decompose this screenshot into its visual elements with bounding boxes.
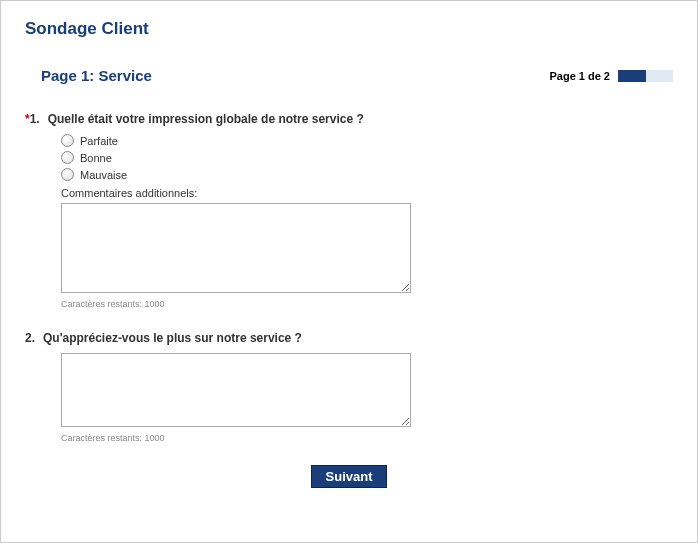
option-bonne[interactable]: Bonne	[61, 151, 673, 164]
question-2-textarea-wrap: Caractères restants: 1000	[25, 353, 673, 443]
option-parfaite-label: Parfaite	[80, 135, 118, 147]
question-1-text: Quelle était votre impression globale de…	[48, 112, 364, 126]
question-1-textarea-wrap: Caractères restants: 1000	[25, 203, 673, 309]
progress-fill	[618, 70, 646, 82]
progress-bar	[618, 70, 673, 82]
question-1-comment-input[interactable]	[61, 203, 411, 293]
option-mauvaise[interactable]: Mauvaise	[61, 168, 673, 181]
question-1-options: Parfaite Bonne Mauvaise Commentaires add…	[25, 134, 673, 199]
page-title: Page 1: Service	[41, 67, 152, 84]
button-row: Suivant	[25, 465, 673, 488]
radio-mauvaise[interactable]	[61, 168, 74, 181]
question-1-char-count: Caractères restants: 1000	[61, 299, 673, 309]
question-2-label: 2.Qu'appréciez-vous le plus sur notre se…	[25, 331, 673, 345]
survey-title: Sondage Client	[25, 19, 673, 39]
question-2-text: Qu'appréciez-vous le plus sur notre serv…	[43, 331, 302, 345]
page-indicator: Page 1 de 2	[549, 70, 673, 82]
question-1-label: *1.Quelle était votre impression globale…	[25, 112, 673, 126]
next-button[interactable]: Suivant	[311, 465, 388, 488]
question-1-comment-label: Commentaires additionnels:	[61, 187, 673, 199]
radio-bonne[interactable]	[61, 151, 74, 164]
question-1: *1.Quelle était votre impression globale…	[25, 112, 673, 309]
option-mauvaise-label: Mauvaise	[80, 169, 127, 181]
question-2-char-count: Caractères restants: 1000	[61, 433, 673, 443]
radio-parfaite[interactable]	[61, 134, 74, 147]
option-parfaite[interactable]: Parfaite	[61, 134, 673, 147]
question-2-number: 2.	[25, 331, 43, 345]
option-bonne-label: Bonne	[80, 152, 112, 164]
page-header: Page 1: Service Page 1 de 2	[25, 67, 673, 84]
question-2: 2.Qu'appréciez-vous le plus sur notre se…	[25, 331, 673, 443]
question-1-number: 1.	[30, 112, 48, 126]
page-indicator-text: Page 1 de 2	[549, 70, 610, 82]
question-2-comment-input[interactable]	[61, 353, 411, 427]
